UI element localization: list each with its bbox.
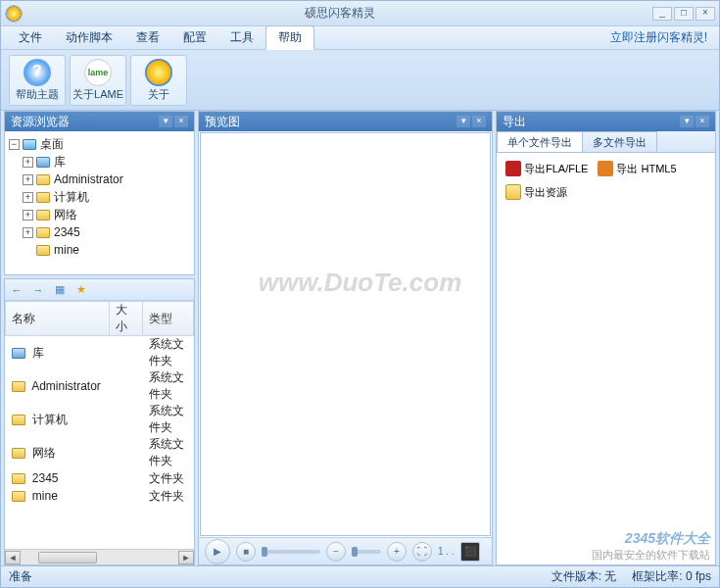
folder-icon — [12, 448, 25, 459]
tree-item[interactable]: +计算机 — [23, 188, 190, 206]
zoom-in-button[interactable]: + — [387, 542, 407, 562]
html5-icon — [598, 161, 613, 176]
window-title: 硕思闪客精灵 — [28, 5, 650, 22]
folder-icon — [12, 415, 25, 425]
play-button[interactable]: ▶ — [205, 539, 230, 564]
menu-config[interactable]: 配置 — [171, 26, 218, 49]
maximize-button[interactable]: □ — [674, 7, 694, 21]
folder-icon — [12, 491, 25, 502]
col-size[interactable]: 大小 — [109, 302, 143, 336]
newfolder-button[interactable]: ▦ — [52, 282, 68, 298]
tree-item[interactable]: +Administrator — [23, 171, 190, 188]
preview-panel: 预览图 ▾ × ▶ ■ − + ⛶ 1 . . ⬛ — [198, 111, 493, 565]
status-frame-rate: 框架比率: 0 fps — [632, 568, 711, 585]
menu-actionscript[interactable]: 动作脚本 — [54, 26, 124, 49]
horizontal-scrollbar[interactable]: ◄ ► — [5, 549, 194, 564]
preview-controls: ▶ ■ − + ⛶ 1 . . ⬛ — [199, 537, 492, 564]
tree-expand-icon[interactable]: + — [23, 227, 33, 238]
back-button[interactable]: ← — [9, 282, 24, 298]
explorer-close-button[interactable]: × — [174, 116, 188, 127]
export-tabs: 单个文件导出 多文件导出 — [497, 131, 715, 153]
zoom-out-button[interactable]: − — [326, 542, 346, 562]
menu-help[interactable]: 帮助 — [265, 25, 314, 50]
status-file-version: 文件版本: 无 — [552, 568, 617, 585]
export-body: 导出FLA/FLE 导出 HTML5 导出资源 — [497, 153, 715, 564]
menu-file[interactable]: 文件 — [7, 26, 54, 49]
explorer-pin-button[interactable]: ▾ — [159, 116, 172, 127]
menu-view[interactable]: 查看 — [124, 26, 171, 49]
export-panel: 导出 ▾ × 单个文件导出 多文件导出 导出FLA/FLE 导出 HTML5 — [496, 111, 716, 565]
folder-icon — [36, 245, 50, 256]
export-resources-button[interactable]: 导出资源 — [503, 182, 570, 202]
fullscreen-button[interactable]: ⬛ — [460, 542, 480, 562]
app-window: 硕思闪客精灵 _ □ × 文件 动作脚本 查看 配置 工具 帮助 立即注册闪客精… — [0, 0, 720, 588]
resources-icon — [505, 184, 521, 200]
menu-tools[interactable]: 工具 — [218, 26, 265, 49]
menubar: 文件 动作脚本 查看 配置 工具 帮助 立即注册闪客精灵! — [1, 26, 719, 50]
stop-button[interactable]: ■ — [236, 542, 256, 562]
help-topics-button[interactable]: 帮助主题 — [9, 55, 66, 106]
tree-expand-icon[interactable]: + — [23, 192, 33, 203]
register-link[interactable]: 立即注册闪客精灵! — [610, 29, 713, 46]
table-row[interactable]: mine文件夹 — [6, 487, 194, 505]
folder-icon — [36, 227, 50, 238]
seek-slider[interactable] — [262, 550, 320, 554]
export-close-button[interactable]: × — [696, 116, 709, 127]
table-row[interactable]: 2345文件夹 — [6, 469, 194, 487]
about-icon — [145, 59, 172, 86]
tree-item[interactable]: +库 — [23, 153, 190, 171]
app-logo-icon — [5, 5, 23, 23]
folder-icon — [12, 473, 25, 484]
export-pin-button[interactable]: ▾ — [680, 116, 694, 127]
tree-collapse-icon[interactable]: − — [9, 139, 20, 150]
about-button[interactable]: 关于 — [130, 55, 187, 106]
table-row[interactable]: Administrator系统文件夹 — [6, 369, 194, 403]
fit-button[interactable]: ⛶ — [412, 542, 432, 562]
tree-item[interactable]: mine — [23, 241, 190, 259]
tree-item[interactable]: +2345 — [23, 223, 190, 241]
fla-icon — [505, 161, 521, 176]
preview-pin-button[interactable]: ▾ — [456, 116, 470, 127]
computer-icon — [36, 192, 50, 203]
network-icon — [36, 210, 50, 220]
tab-multi-export[interactable]: 多文件导出 — [582, 131, 657, 152]
titlebar: 硕思闪客精灵 _ □ × — [1, 1, 719, 26]
export-html5-button[interactable]: 导出 HTML5 — [595, 159, 679, 178]
close-button[interactable]: × — [696, 7, 715, 21]
scroll-thumb[interactable] — [38, 552, 97, 564]
table-row[interactable]: 网络系统文件夹 — [6, 436, 194, 469]
tree-item[interactable]: +网络 — [23, 206, 190, 223]
file-toolbar: ← → ▦ ★ — [5, 279, 194, 301]
col-name[interactable]: 名称 — [6, 302, 110, 336]
desktop-icon — [23, 139, 36, 150]
folder-tree[interactable]: − 桌面 +库 +Administrator +计算机 +网络 +2345 mi… — [5, 131, 194, 274]
filelist-panel: ← → ▦ ★ 名称 大小 类型 库系统文件夹 Administrator系统文… — [4, 278, 195, 565]
explorer-header: 资源浏览器 ▾ × — [5, 112, 194, 131]
forward-button[interactable]: → — [30, 282, 46, 298]
folder-icon — [12, 381, 25, 392]
preview-close-button[interactable]: × — [472, 116, 486, 127]
table-row[interactable]: 计算机系统文件夹 — [6, 403, 194, 436]
help-icon — [24, 59, 51, 86]
scroll-left-icon[interactable]: ◄ — [5, 551, 21, 564]
tab-single-export[interactable]: 单个文件导出 — [497, 131, 583, 152]
toolbar: 帮助主题 lame 关于LAME 关于 — [1, 50, 719, 111]
scroll-right-icon[interactable]: ► — [178, 551, 194, 564]
preview-header: 预览图 ▾ × — [199, 112, 492, 131]
table-row[interactable]: 库系统文件夹 — [6, 336, 194, 370]
status-ready: 准备 — [9, 568, 32, 585]
tree-root[interactable]: − 桌面 — [9, 135, 190, 153]
tree-expand-icon[interactable]: + — [23, 174, 33, 185]
left-column: 资源浏览器 ▾ × − 桌面 +库 +Administrator +计算机 +网… — [4, 111, 195, 565]
folder-icon — [36, 174, 50, 185]
minimize-button[interactable]: _ — [652, 7, 672, 21]
col-type[interactable]: 类型 — [143, 302, 194, 336]
tree-expand-icon[interactable]: + — [23, 210, 33, 220]
folder-icon — [12, 348, 25, 359]
about-lame-button[interactable]: lame 关于LAME — [70, 55, 126, 106]
file-list[interactable]: 名称 大小 类型 库系统文件夹 Administrator系统文件夹 计算机系统… — [5, 301, 194, 549]
export-fla-button[interactable]: 导出FLA/FLE — [503, 159, 591, 178]
tree-expand-icon[interactable]: + — [23, 157, 33, 168]
favorite-button[interactable]: ★ — [73, 282, 89, 298]
zoom-slider[interactable] — [352, 550, 381, 554]
